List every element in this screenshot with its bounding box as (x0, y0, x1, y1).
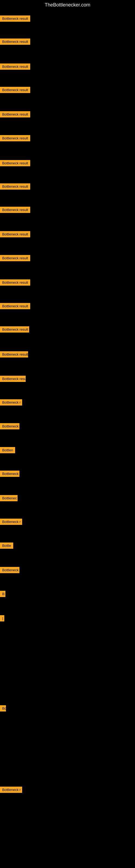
bottleneck-item: Bottleneck result (0, 111, 30, 119)
bottleneck-item: Bottleneck r (0, 786, 22, 794)
bottleneck-label[interactable]: Bottleneck (0, 423, 19, 429)
bottleneck-item: Bottleneck result (0, 303, 30, 310)
bottleneck-label[interactable]: Bottleneck r (0, 519, 22, 525)
bottleneck-label[interactable]: Bottleneck result (0, 351, 28, 358)
bottleneck-label[interactable]: Bottleneck r (0, 786, 22, 793)
bottleneck-item: Bo (0, 705, 6, 713)
bottleneck-item: Bottleneck result (0, 351, 28, 359)
bottleneck-label[interactable]: Bottleneck resu (0, 376, 26, 382)
bottleneck-item: B (0, 591, 5, 598)
bottleneck-item: Bottlen (0, 447, 15, 454)
bottleneck-item: Bottle (0, 542, 13, 550)
bottleneck-label[interactable]: Bottleneck r (0, 399, 22, 405)
bottleneck-item: Bottleneck result (0, 160, 30, 167)
bottleneck-label[interactable]: Bottleneck result (0, 135, 30, 141)
bottleneck-item: Bottleneck result (0, 279, 30, 287)
bottleneck-label[interactable]: Bottleneck result (0, 183, 30, 190)
bottleneck-label[interactable]: Bo (0, 705, 6, 712)
bottleneck-item: Bottleneck result (0, 183, 30, 191)
bottleneck-label[interactable]: | (0, 615, 4, 621)
bottleneck-label[interactable]: Bottleneck result (0, 63, 30, 70)
bottleneck-label[interactable]: B (0, 591, 5, 597)
bottleneck-item: Bottleneck (0, 423, 19, 431)
bottleneck-label[interactable]: Bottlenec (0, 495, 17, 501)
bottleneck-label[interactable]: Bottleneck result (0, 231, 30, 237)
site-title: TheBottlenecker.com (0, 0, 135, 10)
bottleneck-item: Bottleneck (0, 567, 19, 574)
bottleneck-item: Bottleneck resu (0, 376, 26, 383)
bottleneck-label[interactable]: Bottleneck result (0, 87, 30, 93)
bottleneck-label[interactable]: Bottleneck result (0, 255, 30, 261)
bottleneck-item: Bottleneck result (0, 135, 30, 143)
bottleneck-label[interactable]: Bottleneck result (0, 160, 30, 166)
bottleneck-label[interactable]: Bottleneck result (0, 38, 30, 45)
bottleneck-item: Bottleneck result (0, 87, 30, 94)
bottleneck-item: Bottleneck result (0, 255, 30, 262)
bottleneck-item: Bottleneck (0, 471, 19, 478)
bottleneck-label[interactable]: Bottleneck result (0, 207, 30, 213)
bottleneck-label[interactable]: Bottleneck result (0, 16, 30, 22)
bottleneck-label[interactable]: Bottleneck result (0, 326, 29, 333)
bottleneck-item: Bottleneck result (0, 326, 29, 334)
bottleneck-item: Bottleneck result (0, 231, 30, 239)
bottleneck-label[interactable]: Bottleneck result (0, 279, 30, 286)
bottleneck-item: Bottleneck r (0, 399, 22, 407)
bottleneck-item: Bottleneck result (0, 207, 30, 214)
bottleneck-item: Bottleneck result (0, 63, 30, 71)
bottleneck-label[interactable]: Bottleneck (0, 471, 19, 477)
bottleneck-label[interactable]: Bottleneck (0, 567, 19, 573)
bottleneck-item: Bottlenec (0, 495, 17, 502)
bottleneck-label[interactable]: Bottleneck result (0, 111, 30, 118)
bottleneck-label[interactable]: Bottlen (0, 447, 15, 453)
bottleneck-item: Bottleneck r (0, 519, 22, 526)
bottleneck-item: | (0, 615, 4, 622)
bottleneck-item: Bottleneck result (0, 38, 30, 46)
bottleneck-label[interactable]: Bottle (0, 542, 13, 549)
bottleneck-item: Bottleneck result (0, 16, 30, 23)
bottleneck-label[interactable]: Bottleneck result (0, 303, 30, 309)
